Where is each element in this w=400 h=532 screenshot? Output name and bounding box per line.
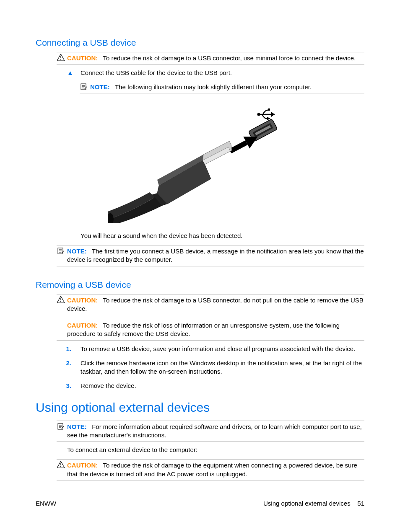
note-label: NOTE:	[67, 248, 87, 255]
step-text: To remove a USB device, save your inform…	[81, 345, 355, 352]
caution-text: To reduce the risk of damage to a USB co…	[103, 54, 356, 62]
triangle-bullet-icon: ▲	[67, 69, 73, 77]
caution-text: To reduce the risk of damage to the equi…	[67, 462, 357, 477]
numbered-step: 3. Remove the device.	[63, 382, 364, 390]
caution-text: To reduce the risk of loss of informatio…	[67, 322, 340, 337]
footer-right: Using optional external devices 51	[263, 500, 364, 507]
note-label: NOTE:	[90, 83, 110, 90]
paragraph: To connect an external device to the com…	[67, 446, 364, 454]
caution-box: CAUTION: To reduce the risk of damage to…	[57, 459, 364, 480]
page-footer: ENWW Using optional external devices 51	[36, 500, 364, 507]
heading-connecting-usb: Connecting a USB device	[36, 38, 364, 48]
step-number: 3.	[63, 382, 71, 390]
warning-icon	[57, 461, 65, 470]
note-box: NOTE: For more information about require…	[57, 421, 364, 442]
numbered-step: 2. Click the remove hardware icon on the…	[63, 359, 364, 376]
caution-box: CAUTION: To reduce the risk of damage to…	[57, 52, 364, 65]
step-item: ▲ Connect the USB cable for the device t…	[67, 69, 364, 77]
warning-icon	[57, 54, 65, 63]
step-text: Click the remove hardware icon on the Wi…	[81, 359, 362, 375]
note-text: The first time you connect a USB device,…	[67, 248, 364, 263]
caution-box: CAUTION: To reduce the risk of damage to…	[57, 294, 364, 317]
note-icon	[57, 423, 65, 432]
caution-text: To reduce the risk of damage to a USB co…	[67, 297, 364, 312]
caution-label: CAUTION:	[67, 297, 98, 304]
document-page: Connecting a USB device CAUTION: To redu…	[0, 0, 400, 532]
note-text: The following illustration may look slig…	[115, 83, 312, 90]
heading-removing-usb: Removing a USB device	[36, 280, 364, 290]
svg-point-25	[60, 466, 61, 467]
note-box: NOTE: The first time you connect a USB d…	[57, 245, 364, 266]
svg-rect-8	[268, 108, 270, 111]
caution-box: CAUTION: To reduce the risk of loss of i…	[57, 320, 364, 341]
heading-external-devices: Using optional external devices	[36, 400, 364, 415]
step-text: Remove the device.	[81, 382, 136, 389]
svg-point-19	[60, 301, 61, 302]
caution-label: CAUTION:	[67, 462, 98, 469]
caution-label: CAUTION:	[67, 54, 98, 62]
note-label: NOTE:	[67, 423, 87, 430]
caution-label: CAUTION:	[67, 322, 98, 329]
usb-cable-illustration	[108, 102, 292, 223]
note-text: For more information about required soft…	[67, 423, 362, 439]
svg-rect-12	[229, 140, 247, 153]
svg-point-1	[60, 59, 61, 60]
step-text: Connect the USB cable for the device to …	[81, 69, 232, 76]
paragraph: You will hear a sound when the device ha…	[81, 232, 364, 240]
step-number: 2.	[63, 359, 71, 367]
numbered-step: 1. To remove a USB device, save your inf…	[63, 345, 364, 353]
step-number: 1.	[63, 345, 71, 353]
warning-icon	[57, 296, 65, 305]
note-box: NOTE: The following illustration may loo…	[80, 81, 364, 93]
note-icon	[57, 247, 65, 257]
note-icon	[80, 83, 88, 93]
footer-left: ENWW	[36, 500, 56, 507]
